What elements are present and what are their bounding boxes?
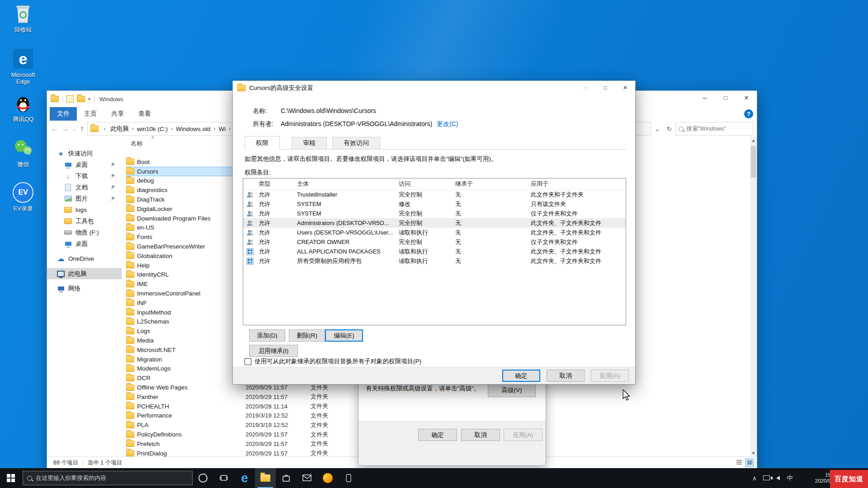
task-view-button[interactable] — [213, 468, 234, 488]
ok-button[interactable]: 确定 — [418, 429, 457, 441]
desktop-icon-wechat[interactable]: 微信 — [5, 137, 42, 168]
scrollbar-thumb[interactable] — [751, 146, 756, 178]
permission-entry-row[interactable]: 允许 TrustedInstaller 完全控制 无 此文件夹和子文件夹 — [243, 190, 626, 199]
breadcrumb-segment[interactable]: Windows.old› — [176, 126, 219, 132]
cortana-button[interactable] — [193, 468, 213, 488]
permission-entry-row[interactable]: 允许 ALL APPLICATION PACKAGES 读取和执行 无 此文件夹… — [243, 247, 626, 256]
qat-properties-icon[interactable] — [66, 95, 74, 103]
minimize-button[interactable]: ─ — [576, 81, 595, 94]
qat-customize-icon[interactable]: ▾ — [88, 97, 90, 101]
sidebar-item[interactable]: 桌面 — [47, 159, 122, 170]
header-applies-to[interactable]: 应用于 — [529, 180, 626, 188]
folder-icon — [126, 253, 134, 259]
sidebar-item[interactable]: 图片 — [47, 193, 122, 204]
vertical-scrollbar[interactable]: ▲ ▼ — [750, 137, 757, 457]
tab-share[interactable]: 共享 — [104, 107, 131, 121]
breadcrumb-segment[interactable]: win10k (C:)› — [137, 126, 176, 132]
forward-button[interactable]: → — [61, 125, 69, 133]
sort-ascending-icon[interactable]: ∧ — [151, 135, 154, 140]
enable-inheritance-button[interactable]: 启用继承(I) — [249, 345, 298, 357]
ime-indicator[interactable]: 中 — [784, 474, 796, 482]
close-button[interactable]: ✕ — [615, 81, 635, 94]
header-access[interactable]: 访问 — [397, 180, 453, 188]
tab-effective-access[interactable]: 有效访问 — [332, 137, 380, 150]
up-button[interactable]: ↑ — [80, 125, 84, 133]
sidebar-item[interactable]: 网络 — [47, 283, 122, 294]
permission-entry-row[interactable]: 允许 Users (DESKTOP-VR5OGGL\User... 读取和执行 … — [243, 228, 626, 237]
sidebar-item[interactable]: OneDrive — [47, 253, 122, 264]
taskbar-edge-button[interactable]: e — [234, 468, 255, 488]
desktop-icon-ev[interactable]: EV EV录屏 — [5, 182, 42, 212]
entry-type: 允许 — [257, 210, 295, 218]
permission-entry-row[interactable]: 允许 SYSTEM 修改 无 只有该文件夹 — [243, 199, 626, 209]
address-dropdown-icon[interactable]: ⌄ — [651, 126, 663, 132]
replace-permissions-checkbox[interactable] — [245, 358, 251, 365]
cancel-button[interactable]: 取消 — [547, 370, 585, 382]
permission-entry-row[interactable]: 允许 SYSTEM 完全控制 无 仅子文件夹和文件 — [243, 209, 626, 218]
minimize-button[interactable]: ─ — [694, 91, 715, 104]
taskbar-mail-button[interactable] — [297, 468, 317, 488]
header-type[interactable]: 类型 — [257, 180, 295, 188]
maximize-button[interactable]: □ — [595, 81, 615, 94]
edit-button[interactable]: 编辑(E) — [325, 329, 363, 342]
show-hidden-icons-chevron[interactable]: ∧ — [749, 475, 760, 482]
sidebar-item[interactable]: 快速访问 — [47, 148, 122, 159]
header-inherited-from[interactable]: 继承于 — [453, 180, 529, 188]
sidebar-item[interactable]: 此电脑 — [47, 268, 122, 279]
sidebar-item[interactable]: 物质 (F:) — [47, 227, 122, 238]
advanced-button[interactable]: 高级(V) — [488, 384, 536, 397]
recent-dropdown-icon[interactable]: ⌄ — [72, 126, 76, 132]
add-button[interactable]: 添加(D) — [249, 329, 285, 342]
tab-view[interactable]: 查看 — [131, 107, 158, 121]
taskbar-firefox-button[interactable] — [317, 468, 338, 488]
tab-permissions[interactable]: 权限 — [245, 136, 280, 150]
permission-entry-row[interactable]: 允许 所有受限制的应用程序包 读取和执行 无 此文件夹、子文件夹和文件 — [243, 256, 626, 266]
permission-entry-row[interactable]: 允许 Administrators (DESKTOP-VR5O... 完全控制 … — [243, 218, 626, 228]
desktop-icon-recycle-bin[interactable]: 回收站 — [5, 3, 42, 33]
sidebar-item[interactable]: 文档 — [47, 182, 122, 193]
qat-newfolder-icon[interactable] — [77, 96, 85, 102]
taskbar-store-button[interactable] — [276, 468, 297, 488]
entry-applies-to: 此文件夹、子文件夹和文件 — [529, 257, 626, 265]
dialog-titlebar: Cursors的高级安全设置 ─ □ ✕ — [233, 81, 635, 95]
sidebar-item[interactable]: 工具包 — [47, 216, 122, 227]
refresh-icon[interactable]: ↻ — [663, 126, 675, 132]
taskbar-explorer-button[interactable] — [255, 468, 276, 488]
details-view-icon[interactable] — [735, 458, 743, 466]
tab-auditing[interactable]: 审核 — [292, 137, 327, 150]
taskbar-device-button[interactable] — [338, 468, 359, 488]
close-button[interactable]: ✕ — [736, 91, 757, 104]
apply-button[interactable]: 应用(A) — [504, 429, 542, 441]
permission-entry-row[interactable]: 允许 CREATOR OWNER 完全控制 无 仅子文件夹和文件 — [243, 237, 626, 247]
ok-button[interactable]: 确定 — [502, 370, 540, 382]
column-header-name[interactable]: 名称 — [131, 140, 142, 148]
start-button[interactable] — [0, 468, 22, 488]
taskbar-search-input[interactable]: 在这里输入你要搜索的内容 — [23, 471, 193, 485]
volume-icon[interactable] — [772, 475, 784, 482]
tab-file[interactable]: 文件 — [50, 107, 77, 121]
desktop-icon-edge[interactable]: e Microsoft Edge — [5, 48, 42, 85]
change-owner-link[interactable]: 更改(C) — [437, 120, 458, 128]
breadcrumb-segment[interactable]: Wi› — [219, 126, 234, 132]
back-button[interactable]: ← — [51, 125, 58, 133]
maximize-button[interactable]: □ — [715, 91, 736, 104]
explorer-search-input[interactable]: 搜索"Windows" — [675, 122, 753, 136]
desktop-icon-qq[interactable]: 腾讯QQ — [5, 92, 42, 122]
folder-icon — [126, 328, 134, 334]
apply-button[interactable]: 应用(A) — [591, 370, 629, 382]
large-icons-view-icon[interactable] — [745, 458, 754, 467]
breadcrumb-segment[interactable]: 此电脑› — [110, 125, 137, 133]
sidebar-item-label: 下载 — [75, 172, 88, 180]
cancel-button[interactable]: 取消 — [461, 429, 500, 441]
header-principal[interactable]: 主体 — [295, 180, 397, 188]
help-icon[interactable]: ? — [744, 109, 753, 118]
remove-button[interactable]: 删除(R) — [289, 329, 325, 342]
scroll-up-icon[interactable]: ▲ — [750, 137, 757, 144]
sidebar-item-label: OneDrive — [68, 255, 94, 262]
scroll-down-icon[interactable]: ▼ — [750, 450, 757, 457]
tab-home[interactable]: 主页 — [77, 107, 104, 121]
entry-applies-to: 只有该文件夹 — [529, 200, 626, 208]
sidebar-item[interactable]: logs — [47, 204, 122, 216]
sidebar-item[interactable]: 下载 — [47, 170, 122, 182]
sidebar-item[interactable]: 桌面 — [47, 238, 122, 249]
